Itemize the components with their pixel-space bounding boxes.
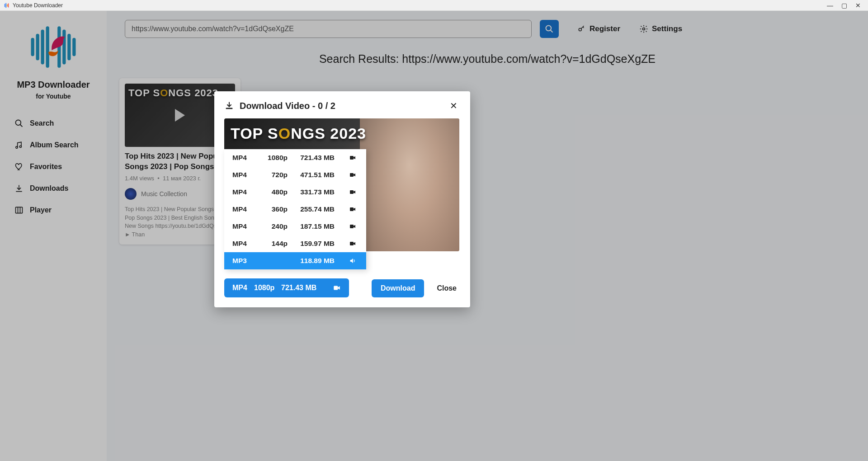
svg-rect-2	[7, 4, 8, 6]
format-label: MP4	[232, 188, 259, 196]
format-option[interactable]: MP4480p331.73 MB	[224, 183, 366, 201]
format-option[interactable]: MP4720p471.51 MB	[224, 166, 366, 183]
minimize-button[interactable]: —	[827, 2, 833, 9]
format-resolution: 144p	[259, 240, 288, 248]
window-controls: — ▢ ✕	[827, 2, 864, 9]
svg-rect-0	[5, 4, 5, 7]
download-button[interactable]: Download	[372, 279, 424, 297]
video-icon	[347, 171, 358, 179]
format-label: MP4	[232, 222, 259, 230]
selected-resolution: 1080p	[254, 284, 281, 292]
modal-thumb-text: TOP SONGS 2023	[231, 125, 366, 142]
audio-icon	[347, 257, 358, 264]
download-modal: Download Video - 0 / 2 ✕ TOP SONGS 2023 …	[214, 91, 470, 307]
svg-rect-25	[350, 173, 354, 177]
close-button[interactable]: Close	[433, 279, 460, 297]
selected-format: MP4	[232, 284, 254, 292]
format-resolution: 240p	[259, 222, 288, 230]
video-icon	[347, 154, 358, 161]
svg-rect-1	[5, 3, 6, 8]
svg-rect-23	[226, 108, 233, 109]
video-icon	[328, 284, 341, 292]
svg-rect-3	[8, 3, 9, 7]
format-size: 721.43 MB	[288, 154, 347, 162]
format-label: MP4	[232, 154, 259, 162]
format-resolution: 1080p	[259, 154, 288, 162]
format-option[interactable]: MP4360p255.74 MB	[224, 201, 366, 218]
format-size: 255.74 MB	[288, 205, 347, 213]
maximize-button[interactable]: ▢	[841, 2, 847, 9]
video-icon	[347, 240, 358, 247]
format-label: MP4	[232, 240, 259, 248]
format-option[interactable]: MP3118.89 MB	[224, 252, 366, 269]
format-size: 159.97 MB	[288, 240, 347, 248]
video-icon	[347, 206, 358, 213]
format-option[interactable]: MP4144p159.97 MB	[224, 235, 366, 252]
format-label: MP4	[232, 171, 259, 179]
selected-format-button[interactable]: MP4 1080p 721.43 MB	[224, 278, 349, 297]
svg-rect-29	[350, 242, 354, 245]
close-window-button[interactable]: ✕	[855, 2, 861, 9]
modal-title: Download Video - 0 / 2	[240, 101, 335, 111]
svg-rect-27	[350, 207, 354, 211]
format-size: 331.73 MB	[288, 188, 347, 196]
svg-rect-26	[350, 190, 354, 194]
svg-rect-28	[350, 225, 354, 228]
video-icon	[347, 188, 358, 196]
format-label: MP4	[232, 205, 259, 213]
modal-close-button[interactable]: ✕	[447, 99, 460, 112]
window-titlebar: Youtube Downloader — ▢ ✕	[0, 0, 868, 11]
format-option[interactable]: MP4240p187.15 MB	[224, 218, 366, 235]
format-resolution: 480p	[259, 188, 288, 196]
format-resolution: 720p	[259, 171, 288, 179]
svg-rect-30	[334, 286, 338, 290]
video-icon	[347, 223, 358, 230]
app-icon	[4, 2, 10, 9]
format-size: 118.89 MB	[288, 257, 347, 265]
download-icon	[224, 101, 234, 111]
format-option[interactable]: MP41080p721.43 MB	[224, 149, 366, 166]
svg-rect-24	[350, 156, 354, 160]
format-label: MP3	[232, 257, 259, 265]
selected-size: 721.43 MB	[281, 284, 328, 292]
window-title: Youtube Downloader	[13, 2, 63, 9]
format-size: 187.15 MB	[288, 222, 347, 230]
format-menu: MP41080p721.43 MBMP4720p471.51 MBMP4480p…	[224, 149, 366, 269]
format-resolution: 360p	[259, 205, 288, 213]
format-size: 471.51 MB	[288, 171, 347, 179]
